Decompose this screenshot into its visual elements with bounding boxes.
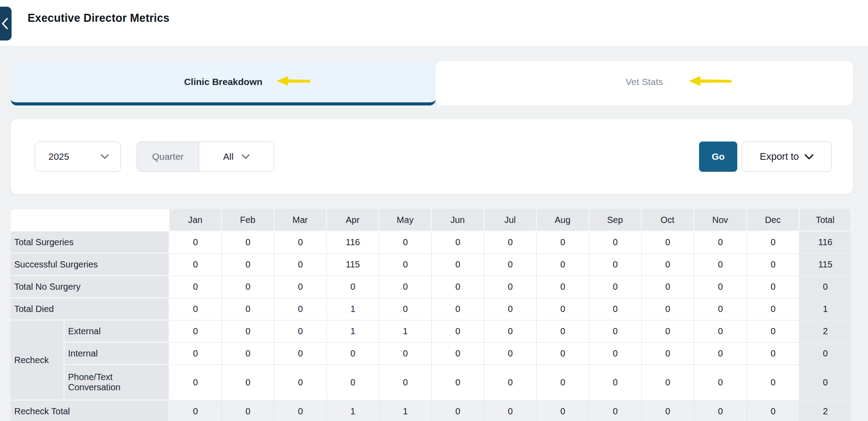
cell-recheck-phone-text-mar: 0 (274, 365, 327, 401)
cell-recheck-internal-jan: 0 (169, 343, 222, 365)
year-select-value: 2025 (48, 151, 69, 162)
cell-total-surgeries-aug: 0 (537, 231, 589, 254)
table-row: Successful Surgeries 00011500000000115 (11, 254, 852, 276)
executive-director-metrics-page: Executive Director Metrics Clinic Breakd… (0, 0, 868, 421)
chevron-down-icon (804, 154, 814, 160)
cell-recheck-phone-text-jul: 0 (484, 365, 537, 401)
cell-total-died-jun: 0 (432, 298, 484, 320)
go-button[interactable]: Go (699, 142, 737, 172)
cell-successful-surgeries-apr: 115 (327, 254, 379, 276)
tab-clinic-breakdown[interactable]: Clinic Breakdown (11, 61, 436, 105)
cell-recheck-internal-apr: 0 (327, 343, 379, 365)
cell-recheck-total-oct: 0 (642, 401, 694, 421)
cell-recheck-phone-text-sep: 0 (589, 365, 642, 401)
quarter-filter-label: Quarter (137, 142, 199, 171)
cell-recheck-internal-oct: 0 (642, 343, 694, 365)
cell-total-no-surgery-aug: 0 (537, 276, 589, 298)
cell-total-died-feb: 0 (222, 298, 274, 320)
row-label-recheck-internal: Internal (64, 343, 169, 365)
table-header-row: JanFebMarAprMayJunJulAugSepOctNovDecTota… (11, 209, 852, 231)
cell-total-no-surgery-jun: 0 (432, 276, 484, 298)
cell-recheck-phone-text-apr: 0 (327, 365, 379, 401)
cell-recheck-phone-text-may: 0 (379, 365, 432, 401)
table-row: Total Died 0001000000001 (11, 298, 852, 320)
export-to-button[interactable]: Export to (742, 142, 832, 172)
column-header-aug: Aug (537, 209, 589, 231)
cell-recheck-internal-jun: 0 (432, 343, 484, 365)
cell-recheck-external-apr: 1 (327, 320, 379, 343)
cell-recheck-total-mar: 0 (274, 401, 327, 421)
cell-recheck-external-total: 2 (800, 320, 852, 343)
cell-recheck-external-may: 1 (379, 320, 432, 343)
cell-successful-surgeries-jul: 0 (484, 254, 537, 276)
cell-recheck-phone-text-jan: 0 (169, 365, 222, 401)
cell-recheck-external-aug: 0 (537, 320, 589, 343)
cell-total-died-sep: 0 (589, 298, 642, 320)
yellow-arrow-left-icon (277, 75, 310, 89)
column-header-total: Total (800, 209, 852, 231)
cell-successful-surgeries-mar: 0 (274, 254, 327, 276)
cell-recheck-phone-text-aug: 0 (537, 365, 589, 401)
column-header-mar: Mar (274, 209, 327, 231)
cell-recheck-total-apr: 1 (327, 401, 379, 421)
cell-successful-surgeries-sep: 0 (589, 254, 642, 276)
tab-vet-stats[interactable]: Vet Stats (436, 61, 853, 105)
table-row: Phone/Text Conversation 0000000000000 (11, 365, 852, 401)
table-row: Recheck Total 0001100000002 (11, 401, 852, 421)
tab-bar: Clinic Breakdown Vet Stats (11, 61, 853, 105)
cell-recheck-internal-feb: 0 (222, 343, 274, 365)
cell-recheck-external-dec: 0 (747, 320, 800, 343)
cell-recheck-internal-jul: 0 (484, 343, 537, 365)
cell-total-no-surgery-sep: 0 (589, 276, 642, 298)
cell-recheck-phone-text-nov: 0 (694, 365, 747, 401)
cell-total-died-mar: 0 (274, 298, 327, 320)
cell-recheck-total-jun: 0 (432, 401, 484, 421)
cell-total-no-surgery-mar: 0 (274, 276, 327, 298)
chevron-down-icon (100, 154, 109, 159)
cell-total-died-dec: 0 (747, 298, 800, 320)
row-label-total-no-surgery: Total No Surgery (11, 276, 169, 298)
cell-total-surgeries-dec: 0 (747, 231, 800, 254)
row-label-total-died: Total Died (11, 298, 169, 320)
cell-recheck-total-sep: 0 (589, 401, 642, 421)
cell-total-no-surgery-jan: 0 (169, 276, 222, 298)
cell-total-no-surgery-dec: 0 (747, 276, 800, 298)
cell-recheck-total-aug: 0 (537, 401, 589, 421)
cell-total-no-surgery-feb: 0 (222, 276, 274, 298)
cell-recheck-total-total: 2 (800, 401, 852, 421)
column-header-nov: Nov (694, 209, 747, 231)
cell-total-died-may: 0 (379, 298, 432, 320)
cell-recheck-phone-text-feb: 0 (222, 365, 274, 401)
quarter-select-value: All (223, 151, 233, 162)
cell-successful-surgeries-may: 0 (379, 254, 432, 276)
cell-recheck-internal-nov: 0 (694, 343, 747, 365)
cell-successful-surgeries-jun: 0 (432, 254, 484, 276)
cell-total-no-surgery-apr: 0 (327, 276, 379, 298)
cell-recheck-internal-aug: 0 (537, 343, 589, 365)
row-label-successful-surgeries: Successful Surgeries (11, 254, 169, 276)
quarter-select[interactable]: All (199, 142, 274, 171)
cell-total-surgeries-sep: 0 (589, 231, 642, 254)
back-button[interactable] (0, 7, 12, 40)
table-row: Total Surgeries 00011600000000116 (11, 231, 852, 254)
row-label-recheck-phone-text: Phone/Text Conversation (64, 365, 169, 401)
cell-recheck-internal-mar: 0 (274, 343, 327, 365)
cell-total-no-surgery-oct: 0 (642, 276, 694, 298)
cell-successful-surgeries-feb: 0 (222, 254, 274, 276)
cell-successful-surgeries-total: 115 (800, 254, 852, 276)
chevron-down-icon (241, 154, 250, 159)
year-select[interactable]: 2025 (35, 142, 121, 172)
cell-successful-surgeries-nov: 0 (694, 254, 747, 276)
cell-recheck-external-nov: 0 (694, 320, 747, 343)
cell-total-died-total: 1 (800, 298, 852, 320)
cell-recheck-external-feb: 0 (222, 320, 274, 343)
yellow-arrow-left-icon (689, 75, 731, 89)
cell-recheck-total-jan: 0 (169, 401, 222, 421)
cell-total-no-surgery-total: 0 (800, 276, 852, 298)
cell-recheck-total-may: 1 (379, 401, 432, 421)
row-label-total-surgeries: Total Surgeries (11, 231, 169, 254)
cell-recheck-internal-total: 0 (800, 343, 852, 365)
filter-card: 2025 Quarter All Go Export to (11, 119, 853, 194)
column-header-feb: Feb (222, 209, 274, 231)
cell-recheck-external-oct: 0 (642, 320, 694, 343)
